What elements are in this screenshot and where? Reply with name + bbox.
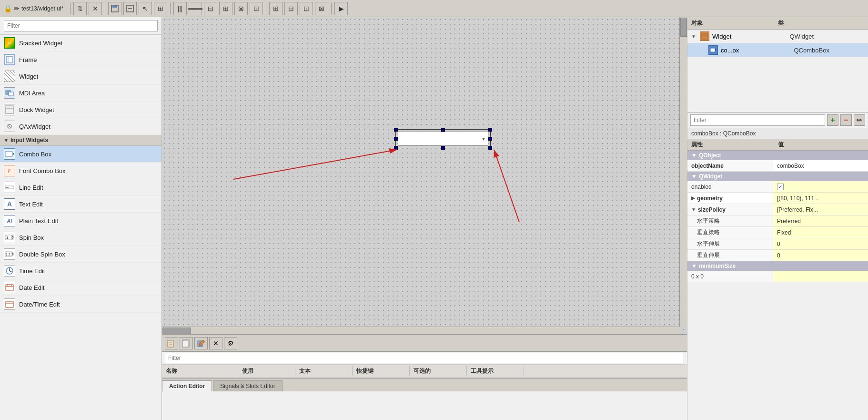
prop-col-header: 属性 值 xyxy=(687,139,868,151)
canvas[interactable]: ▼ xyxy=(162,17,687,334)
prop-add-btn[interactable]: + xyxy=(827,114,838,126)
widget-item-plaintextedit[interactable]: AI Plain Text Edit xyxy=(0,213,161,229)
obj-row-widget[interactable]: ▼ Widget QWidget xyxy=(687,30,868,43)
prop-filter-input[interactable] xyxy=(690,114,825,126)
svg-rect-4 xyxy=(6,56,13,63)
widget-item-combobox[interactable]: Combo Box xyxy=(0,146,161,163)
input-widgets-header[interactable]: ▼ Input Widgets xyxy=(0,135,161,146)
toolbar-btn-close[interactable]: ✕ xyxy=(89,2,102,15)
widget-item-datetimeedit[interactable]: Date/Time Edit xyxy=(0,296,161,313)
widget-label: Widget xyxy=(19,73,38,80)
prop-value-objectname[interactable]: comboBox xyxy=(773,160,868,171)
toolbar-btn-layout4[interactable]: ⊞ xyxy=(219,2,232,15)
widget-item-widget[interactable]: Widget xyxy=(0,68,161,85)
action-settings-btn[interactable]: ⚙ xyxy=(224,337,237,349)
widget-item-dateedit[interactable]: Date Edit xyxy=(0,279,161,296)
prop-row-geometry[interactable]: ▶geometry [(80, 110), 111... xyxy=(687,193,868,204)
prop-row-vpolicy[interactable]: 垂直策略 Fixed xyxy=(687,227,868,238)
prop-value-sizepolicy[interactable]: [Preferred, Fix... xyxy=(773,204,868,215)
prop-value-enabled[interactable]: ✓ xyxy=(773,181,868,192)
toolbar-btn-layout6[interactable]: ⊡ xyxy=(250,2,263,15)
toolbar-btn-layout10[interactable]: ⊠ xyxy=(315,2,328,15)
prop-value-minsize[interactable] xyxy=(773,271,868,282)
widget-panel: S Stacked Widget Frame Widget MDI Area xyxy=(0,17,162,420)
handle-bm[interactable] xyxy=(441,146,445,150)
toolbar-btn-layout5[interactable]: ⊠ xyxy=(234,2,248,15)
prop-row-hstretch[interactable]: 水平伸展 0 xyxy=(687,238,868,250)
widget-item-doublespinbox[interactable]: 1.2▲▼ Double Spin Box xyxy=(0,246,161,263)
action-copy-btn[interactable] xyxy=(180,337,193,349)
combobox-obj-icon xyxy=(708,45,718,55)
prop-row-sizepolicy[interactable]: ▼sizePolicy [Preferred, Fix... xyxy=(687,204,868,215)
prop-name-enabled: enabled xyxy=(687,181,773,192)
toolbar-btn-layout2[interactable]: ═══ xyxy=(189,2,202,15)
obj-row-combobox[interactable]: co...ox QComboBox xyxy=(687,43,868,57)
handle-tr[interactable] xyxy=(488,128,492,132)
center-area: ▼ xyxy=(162,17,687,420)
prop-value-hstretch[interactable]: 0 xyxy=(773,238,868,249)
prop-edit-btn[interactable]: ✏ xyxy=(854,114,865,126)
action-new-btn[interactable] xyxy=(165,337,178,349)
prop-row-hpolicy[interactable]: 水平策略 Preferred xyxy=(687,215,868,227)
prop-row-enabled[interactable]: enabled ✓ xyxy=(687,181,868,193)
widget-item-lineedit[interactable]: Line Edit xyxy=(0,179,161,196)
handle-br[interactable] xyxy=(488,146,492,150)
h-scrollbar[interactable] xyxy=(162,327,679,334)
widget-item-dock[interactable]: Dock Widget xyxy=(0,102,161,118)
v-scrollbar[interactable] xyxy=(679,17,687,327)
toolbar-btn-layout8[interactable]: ⊟ xyxy=(284,2,298,15)
prop-value-geometry[interactable]: [(80, 110), 111... xyxy=(773,193,868,204)
filter-input[interactable] xyxy=(4,20,158,31)
toolbar-btn-preview[interactable]: ▶ xyxy=(334,2,348,15)
toolbar-btn-layout9[interactable]: ⊡ xyxy=(300,2,313,15)
toolbar-btn-layout3[interactable]: ⊟ xyxy=(204,2,217,15)
handle-ml[interactable] xyxy=(394,137,398,141)
prop-row-objectname[interactable]: objectName comboBox xyxy=(687,160,868,172)
prop-row-vstretch[interactable]: 垂直伸展 0 xyxy=(687,250,868,261)
handle-tm[interactable] xyxy=(441,128,445,132)
main-area: S Stacked Widget Frame Widget MDI Area xyxy=(0,17,868,420)
widget-item-textedit[interactable]: A Text Edit xyxy=(0,196,161,213)
handle-mr[interactable] xyxy=(488,137,492,141)
widget-item-fontcombo[interactable]: F Font Combo Box xyxy=(0,163,161,179)
widget-item-timeedit[interactable]: Time Edit xyxy=(0,263,161,279)
v-scrollbar-thumb[interactable] xyxy=(680,18,687,37)
toolbar-btn-layout1[interactable]: ||| xyxy=(173,2,187,15)
toolbar-btn-open-form[interactable] xyxy=(123,2,137,15)
obj-inspector-header: 对象 类 xyxy=(687,17,868,30)
geometry-expand[interactable]: ▶ xyxy=(691,195,695,201)
pencil-icon: ✏ xyxy=(14,5,20,12)
prop-value-vpolicy[interactable]: Fixed xyxy=(773,227,868,238)
prop-value-vstretch[interactable]: 0 xyxy=(773,250,868,261)
tab-signals-slots[interactable]: Signals & Slots Editor xyxy=(213,380,282,391)
tab-action-editor[interactable]: Action Editor xyxy=(162,380,212,391)
sizepolicy-expand[interactable]: ▼ xyxy=(691,207,696,212)
h-scrollbar-thumb[interactable] xyxy=(162,328,191,334)
prop-remove-btn[interactable]: − xyxy=(840,114,852,126)
toolbar-btn-pointer[interactable]: ↖ xyxy=(139,2,152,15)
handle-bl[interactable] xyxy=(394,146,398,150)
widget-item-frame[interactable]: Frame xyxy=(0,51,161,68)
widget-obj-name: Widget xyxy=(712,33,787,40)
svg-rect-49 xyxy=(710,48,715,52)
widget-item-spinbox[interactable]: 1▲▼ Spin Box xyxy=(0,229,161,246)
prop-row-minsize-value[interactable]: 0 x 0 xyxy=(687,271,868,282)
action-delete-btn[interactable]: ✕ xyxy=(209,337,222,349)
toolbar-btn-up-down[interactable]: ⇅ xyxy=(73,2,87,15)
canvas-combobox-widget[interactable]: ▼ xyxy=(395,129,491,148)
widget-item-mdi[interactable]: MDI Area xyxy=(0,85,161,102)
filter-bar xyxy=(0,17,161,35)
widget-item-stacked[interactable]: S Stacked Widget xyxy=(0,35,161,51)
svg-rect-34 xyxy=(6,301,13,307)
handle-tl[interactable] xyxy=(394,128,398,132)
action-filter-input[interactable] xyxy=(165,353,684,363)
widget-item-qax[interactable]: QAxWidget xyxy=(0,118,161,135)
enabled-checkbox[interactable]: ✓ xyxy=(777,184,784,190)
toolbar-btn-new-form[interactable] xyxy=(108,2,121,15)
canvas-scroll[interactable]: ▼ xyxy=(162,17,687,334)
minsize-section-arrow: ▼ xyxy=(691,263,697,269)
toolbar-btn-layout7[interactable]: ⊞ xyxy=(269,2,283,15)
prop-value-hpolicy[interactable]: Preferred xyxy=(773,215,868,226)
action-edit-btn[interactable] xyxy=(194,337,208,349)
toolbar-btn-zoom[interactable]: ⊞ xyxy=(154,2,167,15)
